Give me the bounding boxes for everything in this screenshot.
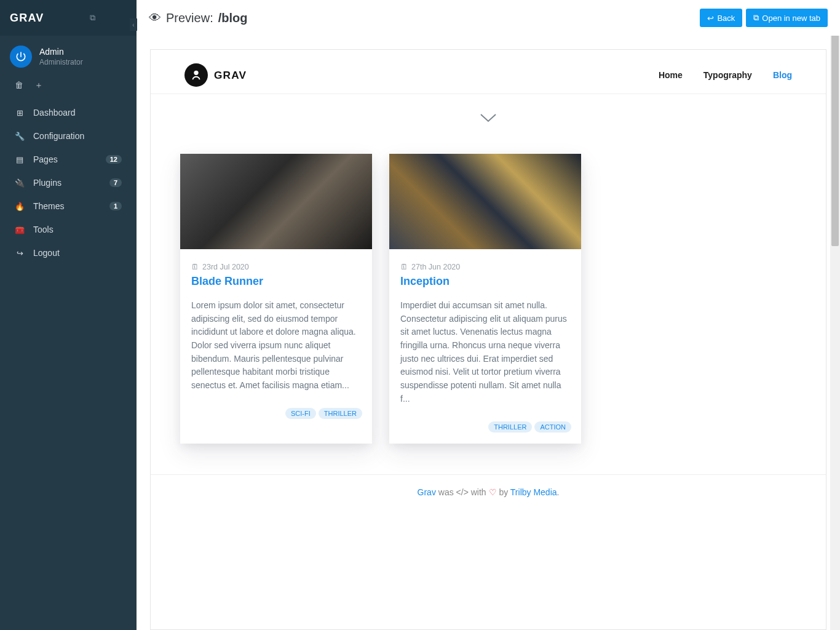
avatar: [10, 46, 32, 68]
calendar-icon: 🗓: [191, 263, 199, 271]
logout-icon: ↪: [15, 249, 25, 258]
sidebar-item-label: Pages: [33, 154, 106, 164]
sidebar-item-label: Tools: [33, 225, 122, 234]
open-new-tab-button[interactable]: ⧉ Open in new tab: [746, 9, 828, 27]
sidebar-item-tools[interactable]: 🧰Tools: [0, 218, 137, 241]
sidebar-quick-actions: 🗑 ＋: [0, 78, 137, 97]
sidebar-item-configuration[interactable]: 🔧Configuration: [0, 124, 137, 148]
card-date: 🗓27th Jun 2020: [400, 263, 570, 271]
sidebar-item-label: Themes: [33, 201, 109, 211]
eye-icon: 👁: [149, 11, 161, 25]
page-title: 👁 Preview: /blog: [149, 11, 247, 25]
card-image[interactable]: [180, 154, 372, 249]
grav-mark-icon: [184, 63, 208, 87]
card-image[interactable]: [389, 154, 581, 249]
card-excerpt: Imperdiet dui accumsan sit amet nulla. C…: [400, 299, 570, 406]
blog-card: 🗓27th Jun 2020InceptionImperdiet dui acc…: [389, 154, 581, 444]
reply-icon: ↩: [707, 14, 714, 23]
chevron-down-icon: [479, 113, 497, 124]
sidebar-item-logout[interactable]: ↪Logout: [0, 241, 137, 265]
card-tags: SCI-FITHRILLER: [180, 401, 372, 430]
external-link-icon[interactable]: ⧉: [90, 13, 95, 23]
sidebar-badge: 7: [109, 178, 122, 187]
sidebar-user-block[interactable]: Admin Administrator: [0, 36, 137, 78]
sidebar-item-plugins[interactable]: 🔌Plugins7: [0, 171, 137, 194]
sidebar-nav: ⊞Dashboard🔧Configuration▤Pages12🔌Plugins…: [0, 97, 137, 268]
svg-text:GRAV: GRAV: [10, 12, 44, 24]
topbar: 👁 Preview: /blog ↩ Back ⧉ Open in new ta…: [137, 0, 840, 36]
sidebar-item-label: Configuration: [33, 131, 122, 141]
pages-icon: ▤: [15, 155, 25, 164]
footer-trilby-link[interactable]: Trilby Media: [510, 487, 557, 497]
card-title[interactable]: Inception: [400, 275, 570, 288]
grav-wordmark: GRAV: [214, 66, 271, 84]
sidebar-badge: 12: [106, 155, 122, 164]
tag-thriller[interactable]: THRILLER: [488, 421, 532, 433]
card-excerpt: Lorem ipsum dolor sit amet, consectetur …: [191, 299, 361, 393]
card-date: 🗓23rd Jul 2020: [191, 263, 361, 271]
site-nav: HomeTypographyBlog: [659, 70, 792, 80]
sidebar-item-pages[interactable]: ▤Pages12: [0, 148, 137, 171]
preview-frame: GRAV HomeTypographyBlog 🗓23rd Jul 2020Bl…: [137, 36, 840, 630]
configuration-icon: 🔧: [15, 132, 25, 141]
themes-icon: 🔥: [15, 202, 25, 211]
card-title[interactable]: Blade Runner: [191, 275, 361, 288]
nav-home[interactable]: Home: [659, 70, 683, 80]
code-icon: </>: [456, 487, 469, 497]
sidebar-item-label: Dashboard: [33, 108, 122, 118]
calendar-icon: 🗓: [400, 263, 408, 271]
user-name: Admin: [39, 47, 83, 57]
sidebar-item-dashboard[interactable]: ⊞Dashboard: [0, 101, 137, 124]
grav-logo: GRAV: [10, 11, 84, 25]
plus-icon[interactable]: ＋: [34, 80, 43, 91]
svg-text:GRAV: GRAV: [214, 69, 247, 81]
footer-grav-link[interactable]: Grav: [418, 487, 436, 497]
sidebar-item-label: Logout: [33, 248, 122, 258]
sidebar-item-label: Plugins: [33, 178, 109, 188]
heart-icon: ♡: [489, 487, 497, 497]
site-footer: Grav was </> with ♡ by Trilby Media.: [151, 474, 826, 509]
tag-thriller[interactable]: THRILLER: [319, 408, 362, 419]
tools-icon: 🧰: [15, 225, 25, 234]
blog-cards: 🗓23rd Jul 2020Blade RunnerLorem ipsum do…: [151, 145, 826, 474]
site-header: GRAV HomeTypographyBlog: [151, 50, 826, 94]
site-logo[interactable]: GRAV: [184, 63, 271, 87]
dashboard-icon: ⊞: [15, 108, 25, 118]
tag-action[interactable]: ACTION: [534, 421, 571, 433]
card-tags: THRILLERACTION: [389, 415, 581, 444]
scroll-down-indicator[interactable]: [151, 94, 826, 145]
back-button[interactable]: ↩ Back: [700, 9, 742, 27]
preview-path: /blog: [218, 11, 248, 25]
trash-icon[interactable]: 🗑: [15, 80, 23, 91]
sidebar-item-themes[interactable]: 🔥Themes1: [0, 194, 137, 218]
user-role: Administrator: [39, 58, 83, 66]
sidebar-badge: 1: [109, 202, 122, 210]
svg-point-1: [194, 71, 198, 75]
sidebar-brand[interactable]: GRAV ⧉: [0, 0, 137, 36]
external-icon: ⧉: [753, 13, 759, 23]
collapse-sidebar-button[interactable]: ‹: [130, 18, 137, 31]
blog-card: 🗓23rd Jul 2020Blade RunnerLorem ipsum do…: [180, 154, 372, 444]
scrollbar-thumb[interactable]: [831, 0, 839, 246]
nav-typography[interactable]: Typography: [703, 70, 752, 80]
admin-sidebar: GRAV ⧉ ‹ Admin Administrator 🗑 ＋ ⊞Dashbo…: [0, 0, 137, 630]
tag-sci-fi[interactable]: SCI-FI: [285, 408, 316, 419]
nav-blog[interactable]: Blog: [773, 70, 792, 80]
power-icon: [15, 50, 27, 63]
plugins-icon: 🔌: [15, 178, 25, 188]
vertical-scrollbar[interactable]: [830, 0, 840, 630]
